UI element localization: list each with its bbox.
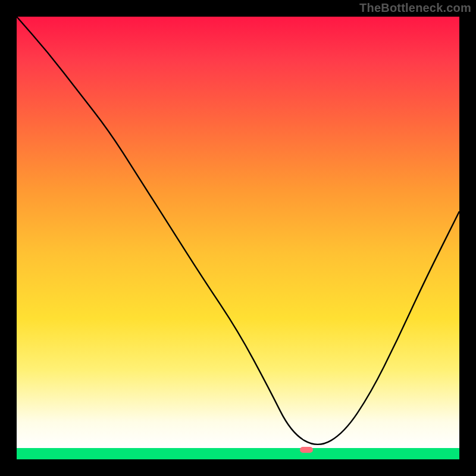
plot-area <box>17 17 459 459</box>
curve-svg <box>17 17 459 459</box>
watermark-text: TheBottleneck.com <box>359 1 471 15</box>
chart-frame: TheBottleneck.com <box>0 0 476 476</box>
optimum-marker <box>300 447 313 453</box>
bottleneck-curve-path <box>17 17 459 444</box>
